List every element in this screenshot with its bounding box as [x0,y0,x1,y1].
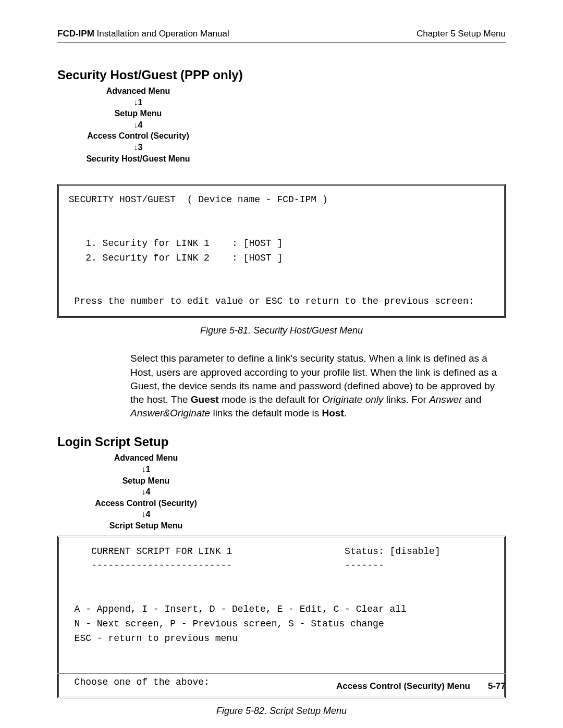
section2-title: Login Script Setup [57,435,506,449]
para-italic: Answer [429,394,462,405]
para-text: mode is the default for [219,394,323,405]
page-footer: Access Control (Security) Menu 5-77 [57,673,506,692]
page-header: FCD-IPM Installation and Operation Manua… [57,29,506,43]
nav-arrow: ↓1 [57,464,235,475]
nav-arrow: ↓4 [57,486,235,498]
para-text: links the default mode is [210,408,322,418]
nav-script-setup: Script Setup Menu [57,520,235,532]
para-italic: Originate only [322,394,383,405]
footer-page-number: 5-77 [488,681,506,692]
section1-paragraph: Select this parameter to define a link's… [130,352,506,420]
terminal-security-hostguest: SECURITY HOST/GUEST ( Device name - FCD-… [57,184,506,318]
nav-arrow: ↓3 [57,142,219,153]
nav-setup-menu: Setup Menu [57,108,219,119]
para-text: and [462,394,481,405]
figure-5-81-caption: Figure 5-81. Security Host/Guest Menu [57,325,506,336]
footer-section-label: Access Control (Security) Menu [336,681,470,692]
nav-security-hostguest: Security Host/Guest Menu [57,153,219,165]
para-bold: Guest [191,394,219,405]
section1-nav-path: Advanced Menu ↓1 Setup Menu ↓4 Access Co… [57,85,219,164]
nav-arrow: ↓4 [57,509,235,520]
page: FCD-IPM Installation and Operation Manua… [0,0,563,728]
header-left: FCD-IPM Installation and Operation Manua… [57,29,229,39]
nav-access-control: Access Control (Security) [57,498,235,509]
para-bold: Host [322,408,344,418]
header-product: FCD-IPM [57,29,94,39]
header-title-rest: Installation and Operation Manual [94,29,229,39]
nav-arrow: ↓4 [57,119,219,131]
nav-setup-menu: Setup Menu [57,475,235,487]
nav-advanced-menu: Advanced Menu [57,85,219,97]
section2-nav-path: Advanced Menu ↓1 Setup Menu ↓4 Access Co… [57,452,235,531]
header-chapter: Chapter 5 Setup Menu [417,29,506,39]
figure-5-82-caption: Figure 5-82. Script Setup Menu [57,706,506,717]
section1-title: Security Host/Guest (PPP only) [57,68,506,82]
nav-arrow: ↓1 [57,97,219,108]
para-text: . [344,408,347,418]
nav-advanced-menu: Advanced Menu [57,452,235,464]
nav-access-control: Access Control (Security) [57,130,219,142]
para-italic: Answer&Originate [130,408,210,418]
para-text: links. For [384,394,430,405]
